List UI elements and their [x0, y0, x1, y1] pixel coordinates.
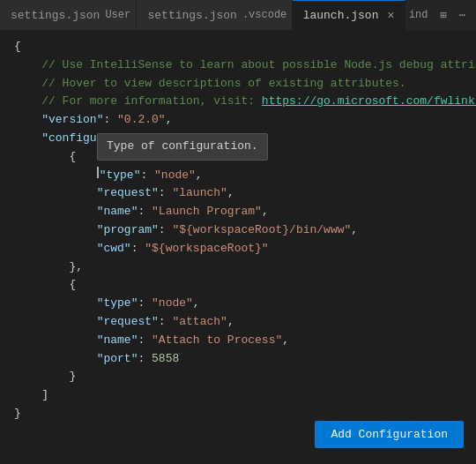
code-comment: // Use IntelliSense to learn about possi… [14, 56, 476, 75]
code-line: { [0, 38, 476, 56]
code-link[interactable]: https://go.microsoft.com/fwlink/?li [262, 93, 476, 111]
code-key: "port" [97, 350, 138, 369]
code-value: "${workspaceRoot}" [145, 240, 268, 258]
tab-settings-vscode[interactable]: settings.json .vscode [137, 0, 292, 30]
code-key: "request" [97, 313, 159, 332]
code-value: "node" [154, 167, 196, 185]
code-line: "request": "launch", [0, 184, 476, 203]
code-line: { [0, 276, 476, 295]
code-value: "${workspaceRoot}/bin/www" [172, 221, 351, 240]
code-line: // For more information, visit: https://… [0, 93, 476, 111]
split-editor-icon[interactable]: ⊞ [437, 7, 450, 24]
code-line: "cwd": "${workspaceRoot}" [0, 240, 476, 258]
tab-launch-json[interactable]: launch.json × [293, 0, 405, 30]
code-line: // Hover to view descriptions of existin… [0, 75, 476, 94]
code-line: "name": "Attach to Process", [0, 332, 476, 350]
code-value: "launch" [172, 184, 227, 203]
code-value: "node" [152, 295, 193, 313]
code-text: { [14, 38, 21, 56]
cursor-indicator [97, 167, 99, 178]
code-key: "program" [97, 221, 159, 240]
code-comment: // Hover to view descriptions of existin… [14, 75, 406, 94]
code-value: "attach" [172, 313, 227, 332]
code-key: "cwd" [97, 240, 131, 258]
code-key: "type" [97, 295, 138, 313]
code-value: "Attach to Process" [152, 332, 282, 350]
code-line: ] [0, 386, 476, 405]
code-key: "type" [100, 167, 141, 185]
code-text [14, 111, 41, 130]
tab-label-settings-user: settings.json [11, 9, 100, 22]
code-line: } [0, 368, 476, 386]
code-line: "type": "node", [0, 295, 476, 313]
tab-settings-user[interactable]: settings.json User [0, 0, 137, 30]
tab-suffix-settings-vscode: .vscode [242, 9, 286, 21]
indent-indicator: ind [405, 7, 432, 23]
code-line: "version": "0.2.0", [0, 111, 476, 130]
tab-close-launch-json[interactable]: × [383, 9, 398, 23]
code-line: "type": "node", [0, 167, 476, 185]
tab-label-settings-vscode: settings.json [147, 9, 236, 22]
tab-bar-right: ind ⊞ ⋯ [405, 0, 476, 30]
more-actions-icon[interactable]: ⋯ [456, 7, 469, 24]
code-comment: // For more information, visit: [14, 93, 262, 111]
code-key: "name" [97, 332, 138, 350]
code-line: "program": "${workspaceRoot}/bin/www", [0, 221, 476, 240]
code-value: 5858 [152, 350, 179, 369]
code-key: "request" [97, 184, 159, 203]
code-line: "port": 5858 [0, 350, 476, 369]
code-value: "0.2.0" [117, 111, 166, 130]
code-line: // Use IntelliSense to learn about possi… [0, 56, 476, 75]
code-key: "version" [41, 111, 103, 130]
tooltip-text: Type of configuration. [107, 139, 258, 153]
tab-suffix-settings-user: User [105, 9, 130, 21]
tooltip: Type of configuration. [97, 133, 268, 161]
code-value: "Launch Program" [152, 203, 262, 221]
tab-bar: settings.json User settings.json .vscode… [0, 0, 476, 31]
code-line: }, [0, 258, 476, 277]
editor-area: { // Use IntelliSense to learn about pos… [0, 31, 476, 464]
code-key: "name" [97, 203, 138, 221]
add-configuration-button[interactable]: Add Configuration [315, 421, 464, 448]
tab-label-launch-json: launch.json [303, 9, 379, 22]
code-line: "name": "Launch Program", [0, 203, 476, 221]
code-line: "request": "attach", [0, 313, 476, 332]
code-content: { // Use IntelliSense to learn about pos… [0, 31, 476, 430]
